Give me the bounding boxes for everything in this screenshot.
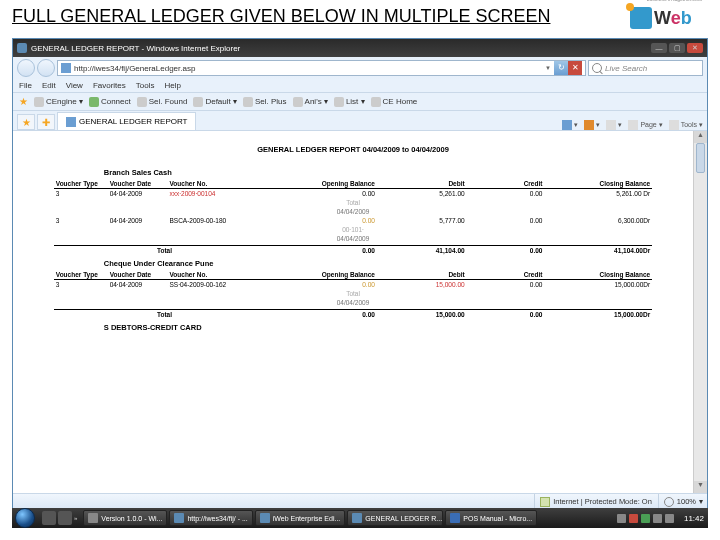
links-bar: ★ CEngine ▾ Connect Sel. Found Default ▾… [13, 93, 707, 111]
tools-menu[interactable]: Tools ▾ [669, 120, 703, 130]
tray-icon[interactable] [653, 514, 662, 523]
link-cehome[interactable]: CE Home [371, 97, 418, 107]
url-text: http://iwes34/fij/GeneraLedger.asp [74, 64, 195, 73]
printer-icon [606, 120, 616, 130]
col-voucher-no: Voucher No. [167, 179, 275, 189]
menu-favorites[interactable]: Favorites [93, 81, 126, 90]
zoom-control[interactable]: 100%▾ [658, 494, 703, 509]
task-button[interactable]: Version 1.0.0 - Wi... [83, 510, 167, 526]
link-sel-found[interactable]: Sel. Found [137, 97, 188, 107]
logo-letter: e [671, 8, 681, 28]
address-toolbar: http://iwes34/fij/GeneraLedger.asp ▼ ↻ ✕… [13, 57, 707, 79]
link-sel-plus[interactable]: Sel. Plus [243, 97, 287, 107]
link-default[interactable]: Default ▾ [193, 97, 237, 107]
search-icon [592, 63, 602, 73]
menu-tools[interactable]: Tools [136, 81, 155, 90]
task-buttons: Version 1.0.0 - Wi... http://iwes34/fij/… [81, 510, 611, 526]
tray-icon[interactable] [629, 514, 638, 523]
table-row: 304·04·2009SS·04-2009-00-162 0.0015,000.… [54, 280, 652, 290]
status-bar: Internet | Protected Mode: On 100%▾ [13, 493, 707, 509]
menu-view[interactable]: View [66, 81, 83, 90]
tray-icon[interactable] [617, 514, 626, 523]
internet-zone-icon [540, 497, 550, 507]
section-header: Cheque Under Clearance Pune [54, 259, 652, 268]
link-cengine[interactable]: CEngine ▾ [34, 97, 83, 107]
logo-mark-icon [630, 7, 652, 29]
rss-icon [584, 120, 594, 130]
windows-taskbar: » Version 1.0.0 - Wi... http://iwes34/fi… [12, 508, 708, 528]
tray-icon[interactable] [641, 514, 650, 523]
zoom-icon [664, 497, 674, 507]
tray-icon[interactable] [665, 514, 674, 523]
ie-icon [352, 513, 362, 523]
table-row: 304·04·2009BSCA-2009-00-180 0.005,777.00… [54, 216, 652, 225]
quick-launch-item[interactable] [42, 511, 56, 525]
col-debit: Debit [377, 270, 467, 280]
window-favicon-icon [17, 43, 27, 53]
search-field[interactable]: Live Search [588, 60, 703, 76]
window-titlebar[interactable]: GENERAL LEDGER REPORT - Windows Internet… [13, 39, 707, 57]
task-button[interactable]: http://iwes34/fij/ - ... [169, 510, 252, 526]
favorites-center-button[interactable]: ★ [17, 114, 35, 130]
scroll-down-icon[interactable]: ▼ [694, 481, 707, 493]
table-row: 304·04·2009xxx·2009·00104 0.005,261.000.… [54, 189, 652, 199]
search-placeholder: Live Search [605, 64, 647, 73]
feeds-button[interactable]: ▾ [584, 120, 600, 130]
col-voucher-date: Voucher Date [108, 270, 168, 280]
totals-row: Total 0.0015,000.000.0015,000.00Dr [54, 310, 652, 320]
close-button[interactable]: ✕ [687, 43, 703, 53]
scroll-up-icon[interactable]: ▲ [694, 131, 707, 143]
logo-letter: b [681, 8, 692, 28]
print-button[interactable]: ▾ [606, 120, 622, 130]
task-button[interactable]: iWeb Enterprise Edi... [255, 510, 346, 526]
ie-icon [260, 513, 270, 523]
col-credit: Credit [467, 179, 545, 189]
vertical-scrollbar[interactable]: ▲ ▼ [693, 131, 707, 493]
logo-letter: W [654, 8, 671, 28]
scroll-thumb[interactable] [696, 143, 705, 173]
back-button[interactable] [17, 59, 35, 77]
forward-button[interactable] [37, 59, 55, 77]
row-footnote: 00·101· [54, 225, 652, 234]
section-header: Branch Sales Cash [54, 168, 652, 177]
maximize-button[interactable]: ▢ [669, 43, 685, 53]
favorites-star-icon[interactable]: ★ [19, 96, 28, 107]
command-bar: ▾ ▾ ▾ Page ▾ Tools ▾ [562, 120, 703, 130]
page-menu[interactable]: Page ▾ [628, 120, 662, 130]
go-refresh-button[interactable]: ↻ [554, 61, 568, 75]
link-connect[interactable]: Connect [89, 97, 131, 107]
menu-edit[interactable]: Edit [42, 81, 56, 90]
system-tray[interactable] [611, 514, 680, 523]
add-favorite-button[interactable]: ✚ [37, 114, 55, 130]
link-anis[interactable]: Ani's ▾ [293, 97, 328, 107]
task-button[interactable]: POS Manual - Micro... [445, 510, 537, 526]
link-icon [34, 97, 44, 107]
row-footnote: Total [54, 289, 652, 298]
quick-launch: » [38, 511, 81, 525]
ledger-table-2: Voucher Type Voucher Date Voucher No. Op… [54, 270, 652, 319]
app-icon [88, 513, 98, 523]
security-zone[interactable]: Internet | Protected Mode: On [534, 494, 652, 509]
brand-tagline: business in togetherness [647, 0, 702, 2]
col-closing: Closing Balance [544, 179, 652, 189]
tab-label: GENERAL LEDGER REPORT [79, 117, 187, 126]
link-icon [334, 97, 344, 107]
stop-button[interactable]: ✕ [568, 61, 582, 75]
taskbar-clock[interactable]: 11:42 [680, 514, 708, 523]
menu-help[interactable]: Help [164, 81, 180, 90]
col-opening: Opening Balance [275, 179, 377, 189]
page-favicon-icon [61, 63, 71, 73]
ie-icon [174, 513, 184, 523]
home-button[interactable]: ▾ [562, 120, 578, 130]
link-list[interactable]: List ▾ [334, 97, 365, 107]
browser-window: GENERAL LEDGER REPORT - Windows Internet… [12, 38, 708, 510]
col-voucher-type: Voucher Type [54, 270, 108, 280]
menu-file[interactable]: File [19, 81, 32, 90]
address-bar[interactable]: http://iwes34/fij/GeneraLedger.asp ▼ ↻ ✕ [57, 60, 586, 76]
url-dropdown-icon[interactable]: ▼ [542, 65, 554, 71]
tab-active[interactable]: GENERAL LEDGER REPORT [57, 112, 196, 130]
start-button[interactable] [15, 508, 35, 528]
minimize-button[interactable]: — [651, 43, 667, 53]
quick-launch-item[interactable] [58, 511, 72, 525]
task-button[interactable]: GENERAL LEDGER R... [347, 510, 443, 526]
